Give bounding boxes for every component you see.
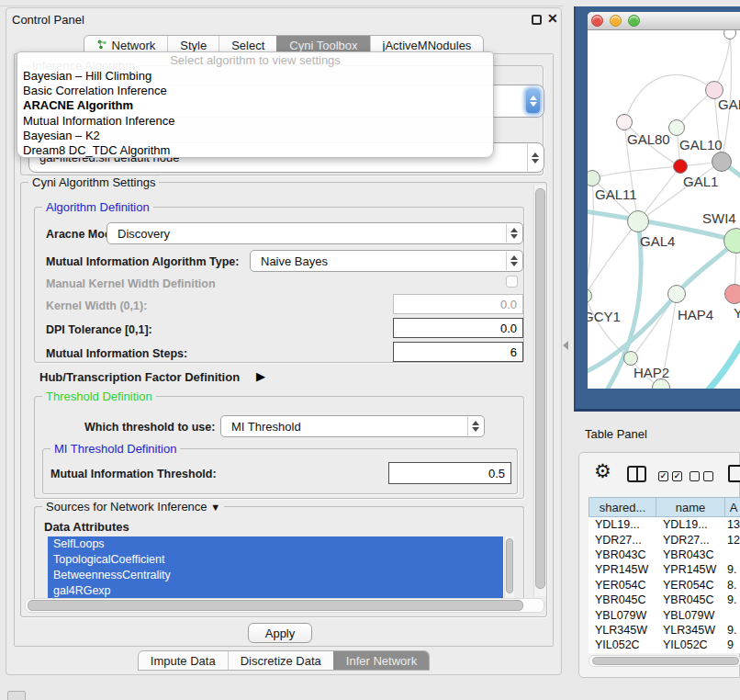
column-header-clipped[interactable]: A xyxy=(725,497,740,517)
attribute-item[interactable]: gal4RGexp xyxy=(48,583,503,599)
mi-threshold-label: Mutual Information Threshold: xyxy=(50,468,217,480)
dpi-tolerance-field[interactable]: 0.0 xyxy=(393,318,523,338)
dropdown-item-label: Bayesian – Hill Climbing xyxy=(23,69,151,83)
table-horizontal-scrollbar[interactable] xyxy=(589,655,740,667)
table-header-row: shared... name A xyxy=(589,497,740,517)
dropdown-item[interactable]: ARACNE Algorithm xyxy=(17,98,493,113)
gear-icon[interactable]: ⚙ xyxy=(594,460,611,482)
column-header-shared-name[interactable]: shared... xyxy=(589,497,656,517)
dropdown-item-label: Basic Correlation Inference xyxy=(23,84,167,97)
cell-shared-name: YBL079W xyxy=(589,607,656,622)
combo-stepper-icon[interactable] xyxy=(526,89,540,113)
close-traffic-icon[interactable] xyxy=(591,15,603,27)
mi-threshold-field[interactable]: 0.5 xyxy=(388,462,511,484)
column-header-name[interactable]: name xyxy=(656,497,725,517)
algorithm-definition-group: Algorithm Definition Aracne Mode: Discov… xyxy=(34,207,524,363)
splitter-collapse-handle[interactable] xyxy=(563,341,568,350)
dropdown-item[interactable]: Bayesian – Hill Climbing xyxy=(17,69,493,84)
bottom-tab[interactable]: Discretize Data xyxy=(228,651,333,670)
attribute-item[interactable]: TopologicalCoefficient xyxy=(48,552,503,568)
cell-name: YDL19... xyxy=(656,517,725,532)
cell-shared-name: YBR045C xyxy=(589,593,656,607)
cell-name: YBR043C xyxy=(656,548,725,562)
network-node-label: HAP4 xyxy=(678,307,713,322)
table-row[interactable]: YBR043C YBR043C xyxy=(589,548,740,562)
attribute-item[interactable]: SelfLoops xyxy=(48,536,503,552)
network-node[interactable] xyxy=(667,285,686,303)
dropdown-item[interactable]: Mutual Information Inference xyxy=(17,114,493,129)
which-threshold-combo[interactable]: MI Threshold xyxy=(220,415,485,437)
table-row[interactable]: YIL052C YIL052C 9 xyxy=(589,638,740,652)
cell-shared-name: YIL052C xyxy=(589,638,656,652)
cell-name: YBL079W xyxy=(656,607,725,622)
zoom-traffic-icon[interactable] xyxy=(628,15,640,27)
attribute-item[interactable]: BetweennessCentrality xyxy=(48,568,503,583)
settings-vertical-scrollbar[interactable] xyxy=(533,185,546,596)
table-row[interactable]: YBR045C YBR045C 9. xyxy=(589,593,740,607)
mi-threshold-legend: MI Threshold Definition xyxy=(50,442,180,456)
table-row[interactable]: YPR145W YPR145W 9. xyxy=(589,562,740,577)
checked-boxes-icon[interactable]: ✓✓ xyxy=(658,471,682,481)
network-node-label: HAP2 xyxy=(633,365,669,380)
dropdown-item[interactable]: Dream8 DC_TDC Algorithm xyxy=(17,143,493,158)
apply-button[interactable]: Apply xyxy=(248,623,312,643)
cell-value: 13 xyxy=(725,517,740,532)
table-panel-title: Table Panel xyxy=(585,427,647,441)
network-node[interactable] xyxy=(627,210,649,232)
cell-name: YLR345W xyxy=(656,623,725,638)
unchecked-boxes-icon[interactable] xyxy=(690,471,713,481)
cell-name: YDR27... xyxy=(656,532,725,547)
table-row[interactable]: YDL19... YDL19... 13 xyxy=(589,517,740,532)
network-node[interactable] xyxy=(623,351,638,366)
bottom-tab[interactable]: Infer Network xyxy=(333,651,429,670)
cell-shared-name: YPR145W xyxy=(589,562,656,577)
network-node[interactable] xyxy=(673,159,688,174)
data-attributes-list[interactable]: SelfLoopsTopologicalCoefficientBetweenne… xyxy=(48,536,514,601)
combo-stepper-icon[interactable] xyxy=(467,417,483,435)
table-row[interactable]: YER054C YER054C 8. xyxy=(589,578,740,593)
combo-stepper-icon[interactable] xyxy=(506,252,521,270)
control-panel-title: Control Panel xyxy=(12,13,84,27)
minimized-panel-chip[interactable] xyxy=(7,691,26,700)
table-body: YDL19... YDL19... 13 YDR27... YDR27... 1… xyxy=(589,517,740,653)
network-node-label: GAL1 xyxy=(683,174,718,189)
mi-type-combo[interactable]: Naive Bayes xyxy=(250,250,523,272)
page-icon[interactable] xyxy=(728,465,740,482)
network-node[interactable] xyxy=(712,152,732,172)
sources-legend: Sources for Network Inference ▼ xyxy=(42,500,224,514)
network-window[interactable]: GALGAL80GAL10GAL1GAL11SWI4GAL4GCY1HAP4YH… xyxy=(588,12,740,389)
threshold-definition-legend: Threshold Definition xyxy=(42,390,156,403)
mi-steps-field[interactable]: 6 xyxy=(393,342,523,362)
table-row[interactable]: YBL079W YBL079W xyxy=(589,607,740,622)
network-node[interactable] xyxy=(668,119,685,136)
combo-stepper-icon[interactable] xyxy=(506,224,521,243)
manual-kernel-checkbox[interactable] xyxy=(506,276,518,288)
kernel-width-field[interactable]: 0.0 xyxy=(393,294,523,314)
cell-value: 8. xyxy=(725,578,740,593)
dropdown-placeholder: Select algorithm to view settings xyxy=(17,52,493,69)
bottom-tab[interactable]: Impute Data xyxy=(139,651,228,670)
threshold-definition-group: Threshold Definition Which threshold to … xyxy=(34,396,524,499)
dropdown-item-label: Mutual Information Inference xyxy=(23,114,174,128)
minimize-traffic-icon[interactable] xyxy=(610,15,622,27)
network-window-titlebar[interactable] xyxy=(588,12,740,30)
network-node[interactable] xyxy=(616,114,633,130)
expand-arrow-icon[interactable]: ▶ xyxy=(256,369,265,383)
combo-stepper-icon[interactable] xyxy=(527,144,543,171)
table-row[interactable]: YLR345W YLR345W 9. xyxy=(589,623,740,638)
network-canvas[interactable]: GALGAL80GAL10GAL1GAL11SWI4GAL4GCY1HAP4YH… xyxy=(588,30,740,389)
network-node-label: GAL10 xyxy=(679,137,723,152)
collapse-arrow-icon[interactable]: ▼ xyxy=(210,502,220,513)
dropdown-item[interactable]: Bayesian – K2 xyxy=(17,129,493,143)
close-icon[interactable]: ✕ xyxy=(547,11,558,26)
float-window-icon[interactable] xyxy=(532,15,542,25)
aracne-mode-combo[interactable]: Discovery xyxy=(107,222,523,244)
table-row[interactable]: YDR27... YDR27... 12 xyxy=(589,532,740,547)
tab-label: Network xyxy=(112,39,156,52)
settings-horizontal-scrollbar[interactable] xyxy=(25,598,544,613)
cell-value: 9. xyxy=(725,562,740,577)
dropdown-item[interactable]: Basic Correlation Inference xyxy=(17,84,493,98)
list-scrollbar[interactable] xyxy=(504,536,514,601)
network-node[interactable] xyxy=(724,284,740,304)
split-column-icon[interactable] xyxy=(627,466,646,482)
